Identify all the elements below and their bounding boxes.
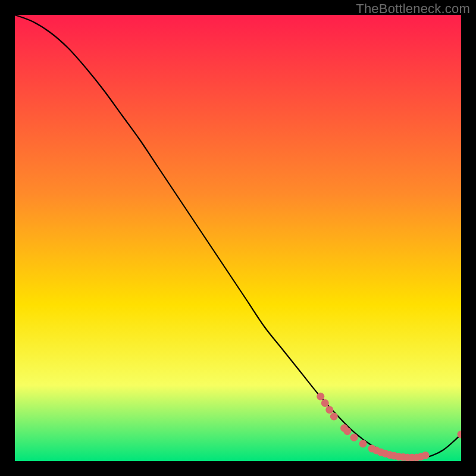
- curve-marker: [350, 434, 358, 441]
- curve-marker: [330, 413, 338, 421]
- curve-marker: [321, 399, 329, 407]
- curve-marker: [422, 452, 430, 459]
- curve-marker: [343, 427, 351, 435]
- curve-marker: [359, 440, 367, 447]
- curve-marker: [317, 393, 324, 400]
- chart-frame: TheBottleneck.com: [0, 0, 476, 476]
- curve-marker: [325, 406, 333, 414]
- chart-background: [15, 15, 461, 461]
- bottleneck-chart: [15, 15, 461, 461]
